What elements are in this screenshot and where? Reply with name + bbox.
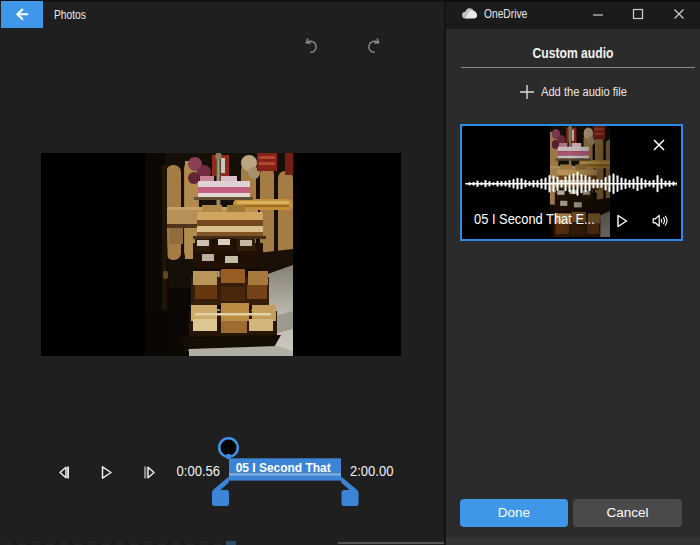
svg-text:05 I Second That: 05 I Second That xyxy=(236,460,332,475)
